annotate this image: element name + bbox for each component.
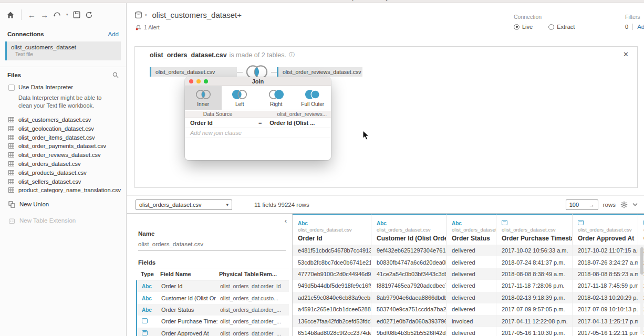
file-list-item[interactable]: olist_order_reviews_dataset.csv [0,151,126,160]
file-list-item[interactable]: olist_customers_dataset.csv [0,116,126,124]
field-row[interactable]: Abc Customer Id (Olist Or olist_orders_d… [136,292,289,303]
column-field-name: Order Purchase Timestamp [502,235,567,242]
file-list-item[interactable]: olist_orders_dataset.csv [0,160,126,169]
live-radio-dot[interactable] [514,24,520,30]
physical-table-column-header[interactable]: Physical Table [219,271,259,277]
minimize-traffic-button[interactable] [196,79,201,83]
extract-radio[interactable]: Extract [548,24,575,30]
extract-radio-dot[interactable] [548,24,554,30]
file-name: product_category_name_translation.csv [18,187,121,193]
data-grid-column-header[interactable]: Abc olist_orders_dataset.csv Order Id [293,214,371,245]
zoom-traffic-button[interactable] [204,79,208,83]
refresh-icon[interactable] [85,11,93,19]
data-grid-column-header[interactable]: olist_orders_dataset.csv Order Purchase … [496,214,573,245]
datasource-title[interactable]: olist_customers_dataset+ [152,10,242,19]
filters-label: Filters [625,14,644,20]
scrollbar-thumb[interactable] [640,247,643,275]
remote-column-header[interactable]: Rem... [259,271,289,277]
table-icon [8,187,14,193]
data-grid-column-header[interactable]: Abc olist_orders_dataset.csv Customer Id… [371,214,446,245]
join-left-source-header[interactable]: Data Source [185,111,251,117]
join-type-option[interactable]: Left [222,86,258,110]
alert-bell-icon [136,25,141,30]
union-icon [8,201,15,208]
info-icon[interactable]: ⓘ [289,51,295,59]
join-type-option[interactable]: Full Outer [295,86,331,110]
field-row[interactable]: Abc Order Status olist_orders_dat... ord… [136,304,289,316]
left-table-pill[interactable]: olist_orders_dataset.csv [150,67,237,77]
field-physical-table: olist_orders_dat... [220,283,261,289]
file-list-item[interactable]: olist_order_items_dataset.csv [0,133,126,142]
data-grid-column-header[interactable]: olist_orders_dataset.csv Order Approved … [573,214,638,245]
new-union-button[interactable]: New Union [0,198,126,211]
data-preview-grid: Abc olist_orders_dataset.csv Order Id Ab… [293,214,644,336]
field-physical-table: olist_orders_dat... [220,295,261,301]
field-row[interactable]: Abc Order Id olist_orders_dat... order_i… [136,280,289,292]
fields-grid-header: Type Field Name Physical Table Rem... [136,268,289,280]
join-clause-row[interactable]: Order Id = Order Id (Olist ... [185,118,331,128]
close-icon[interactable]: ✕ [623,50,629,58]
field-name-column-header[interactable]: Field Name [160,271,219,277]
datasource-menu-caret-icon[interactable]: ▾ [145,13,147,17]
new-table-extension-button[interactable]: New Table Extension [0,214,126,227]
right-table-pill[interactable]: olist_order_reviews_dataset.csv [277,67,362,77]
toolbar: ← → ▾ [0,3,126,26]
join-right-source-header[interactable]: olist_order_reviews... [269,111,331,117]
collapse-panel-icon[interactable]: ‹ [285,217,287,225]
database-icon[interactable] [134,11,142,19]
live-radio[interactable]: Live [514,24,533,30]
join-clause-operator[interactable]: = [251,120,269,126]
cell-order-status: delivered [446,268,496,280]
add-connection-button[interactable]: Add [108,31,119,37]
join-type-venn-icon [231,89,248,100]
field-remote-name: order_... [261,307,289,313]
field-name: Order Id [161,283,220,289]
cell-purchase-timestamp: 2018-02-13 9:18:39 p.m. [496,292,573,303]
file-list-item[interactable]: product_category_name_translation.csv [0,186,126,195]
field-row[interactable]: Order Purchase Time: olist_orders_dat...… [136,316,289,327]
gear-icon[interactable] [620,201,628,208]
join-type-selector: Inner Left [185,86,331,110]
file-list-item[interactable]: olist_order_payments_dataset.csv [0,142,126,151]
undo-menu-caret-icon[interactable]: ▾ [66,13,68,17]
rows-count-input[interactable]: 100 → [566,200,598,210]
chevron-down-icon[interactable] [632,203,638,206]
cell-order-id: 6514b8ad8028c9f2cc2374de... [293,327,371,336]
search-icon[interactable] [112,72,119,78]
type-column-header[interactable]: Type [136,271,160,277]
forward-icon[interactable]: → [40,11,48,19]
data-interpreter-checkbox[interactable] [8,85,15,91]
cell-customer-id: 41ce2a54c0b03bf3443c3d93... [371,268,446,280]
field-physical-table: olist_orders_dat... [220,330,261,336]
use-data-interpreter-row[interactable]: Use Data Interpreter [0,81,126,92]
close-traffic-button[interactable] [189,79,193,83]
connection-label: Connection [514,14,575,20]
alert-row[interactable]: 1 Alert [136,24,160,30]
home-icon[interactable] [6,11,15,19]
join-type-option[interactable]: Right [258,86,295,110]
field-remote-name: custo... [261,295,289,301]
join-clause-left-field[interactable]: Order Id [185,120,251,126]
join-clause-right-field[interactable]: Order Id (Olist ... [269,120,331,126]
data-grid-column-header[interactable]: oli O [638,214,644,245]
table-name-input[interactable]: olist_orders_dataset.csv [138,241,286,251]
filters-add-button[interactable]: Add [637,24,644,30]
save-icon[interactable] [73,11,80,18]
connection-item[interactable]: olist_customers_dataset Text file [5,41,121,60]
back-icon[interactable]: ← [28,11,36,19]
filters-count: 0 [625,24,628,30]
canvas-table-title: olist_orders_dataset.csv [150,51,227,59]
file-list-item[interactable]: olist_products_dataset.csv [0,168,126,177]
file-name: olist_customers_dataset.csv [18,117,91,123]
field-row[interactable]: Order Approved At olist_orders_dat... or… [136,328,289,336]
data-grid-column-header[interactable]: Abc olist_orders_dataset.csv Order Statu… [446,214,496,245]
join-type-option[interactable]: Inner [185,86,222,110]
apply-rows-icon[interactable]: → [589,202,595,208]
vertical-scrollbar[interactable] [640,246,643,334]
file-list-item[interactable]: olist_geolocation_dataset.csv [0,124,126,133]
add-join-clause[interactable]: Add new join clause [185,128,331,138]
file-list-item[interactable]: olist_sellers_dataset.csv [0,177,126,186]
cell-order-id: ad21c59c0840e6cb83a9ceb... [293,292,371,303]
table-select-dropdown[interactable]: olist_orders_dataset.csv ▾ [136,200,232,210]
undo-icon[interactable] [53,12,61,18]
